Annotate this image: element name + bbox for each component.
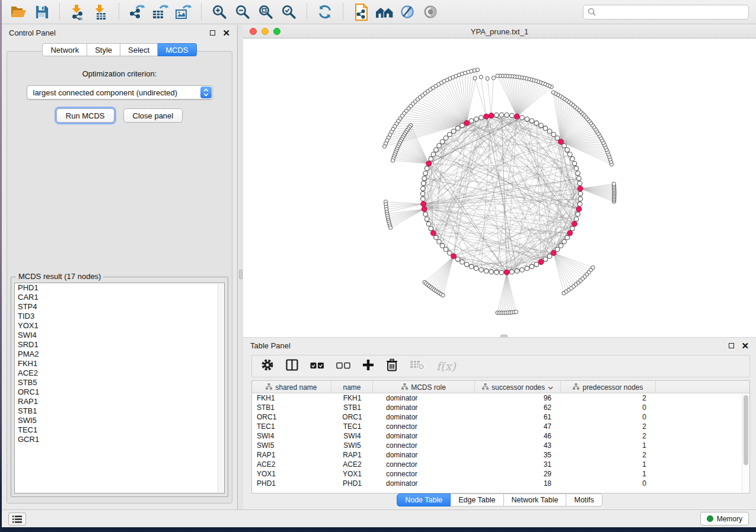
criterion-select[interactable]: largest connected component (undirected) xyxy=(27,85,213,100)
control-panel: Control Panel ✕ NetworkStyleSelectMCDS O… xyxy=(2,25,238,509)
open-icon[interactable] xyxy=(9,2,28,21)
cell-predecessor_nodes: 1 xyxy=(561,460,656,469)
table-header-row: shared namenameMCDS rolesuccessor nodesp… xyxy=(252,381,749,393)
cell-successor_nodes: 47 xyxy=(475,422,561,431)
mcds-result-item[interactable]: SWI4 xyxy=(15,331,224,340)
run-mcds-button[interactable]: Run MCDS xyxy=(56,108,114,123)
export-network-file-icon[interactable] xyxy=(352,2,371,21)
cell-name: PHD1 xyxy=(331,479,373,488)
column-header-successor_nodes[interactable]: successor nodes xyxy=(475,381,561,393)
tab-mcds[interactable]: MCDS xyxy=(158,43,196,56)
mcds-result-item[interactable]: FKH1 xyxy=(15,359,224,368)
close-window-icon[interactable] xyxy=(250,28,257,35)
mcds-result-item[interactable]: ACE2 xyxy=(15,368,224,378)
network-graph xyxy=(243,39,756,337)
save-icon[interactable] xyxy=(32,2,51,21)
mcds-list-scrollbar[interactable] xyxy=(218,284,224,492)
mcds-result-item[interactable]: SRD1 xyxy=(15,340,224,350)
birds-eye-view-icon[interactable] xyxy=(421,2,440,21)
mcds-result-item[interactable]: TID3 xyxy=(15,312,224,321)
zoom-selected-icon[interactable] xyxy=(279,2,298,21)
optimization-criterion-label: Optimization criterion: xyxy=(7,69,232,78)
float-panel-icon[interactable] xyxy=(210,30,215,36)
column-header-predecessor_nodes[interactable]: predecessor nodes xyxy=(561,381,656,393)
export-table-icon[interactable] xyxy=(151,2,170,21)
close-panel-icon[interactable]: ✕ xyxy=(222,30,230,36)
show-columns-icon[interactable] xyxy=(286,359,298,373)
column-header-mcds_role[interactable]: MCDS role xyxy=(373,381,475,393)
cell-successor_nodes: 18 xyxy=(475,479,561,488)
mcds-result-item[interactable]: ORC1 xyxy=(15,387,224,397)
import-network-icon[interactable] xyxy=(68,2,87,21)
table-row[interactable]: PHD1PHD1dominator180 xyxy=(252,479,749,488)
cell-name: STB1 xyxy=(331,403,373,412)
tab-style[interactable]: Style xyxy=(87,43,120,56)
table-row[interactable]: YOX1YOX1connector291 xyxy=(252,469,749,479)
footer-tab-edge-table[interactable]: Edge Table xyxy=(451,493,503,507)
refresh-layout-icon[interactable] xyxy=(315,2,334,21)
zoom-in-icon[interactable] xyxy=(210,2,229,21)
close-panel-icon[interactable]: ✕ xyxy=(741,343,749,349)
export-image-icon[interactable] xyxy=(174,2,193,21)
table-row[interactable]: FKH1FKH1dominator962 xyxy=(252,393,749,403)
network-canvas[interactable] xyxy=(243,39,756,337)
mcds-result-item[interactable]: CAR1 xyxy=(15,293,224,302)
cell-name: SWI5 xyxy=(331,441,373,450)
mcds-result-item[interactable]: YOX1 xyxy=(15,321,224,331)
task-history-button[interactable] xyxy=(8,512,26,525)
column-header-name[interactable]: name xyxy=(331,381,373,393)
mcds-result-item[interactable]: GCR1 xyxy=(15,435,224,444)
scrollbar-thumb[interactable] xyxy=(744,395,748,465)
table-scrollbar[interactable] xyxy=(742,393,749,493)
float-panel-icon[interactable] xyxy=(729,343,734,348)
footer-tab-motifs[interactable]: Motifs xyxy=(566,493,602,507)
hide-annotations-icon[interactable] xyxy=(398,2,417,21)
memory-status-icon xyxy=(707,515,713,522)
table-row[interactable]: RAP1RAP1dominator352 xyxy=(252,450,749,460)
mcds-result-list: PHD1CAR1STP4TID3YOX1SWI4SRD1PMA2FKH1ACE2… xyxy=(14,283,225,493)
table-panel-title: Table Panel xyxy=(250,341,291,350)
table-row[interactable]: TEC1TEC1connector472 xyxy=(252,422,749,431)
mcds-result-item[interactable]: RAP1 xyxy=(15,397,224,406)
table-row[interactable]: ORC1ORC1dominator610 xyxy=(252,412,749,422)
add-column-icon[interactable] xyxy=(362,359,374,373)
mcds-result-group: MCDS result (17 nodes) PHD1CAR1STP4TID3Y… xyxy=(11,277,228,497)
zoom-fit-icon[interactable] xyxy=(256,2,275,21)
show-panels-icon[interactable] xyxy=(375,2,394,21)
minimize-window-icon[interactable] xyxy=(261,28,269,35)
delete-column-icon[interactable] xyxy=(386,358,398,374)
mcds-result-item[interactable]: STP4 xyxy=(15,302,224,312)
splitter-handle[interactable] xyxy=(239,270,243,279)
zoom-out-icon[interactable] xyxy=(233,2,252,21)
cell-shared_name: PHD1 xyxy=(252,479,331,488)
select-all-icon[interactable] xyxy=(310,361,324,371)
import-table-icon[interactable] xyxy=(91,2,110,21)
export-network-icon[interactable] xyxy=(127,2,146,21)
table-options-icon[interactable] xyxy=(261,358,274,374)
mcds-result-item[interactable]: SWI5 xyxy=(15,416,224,425)
cell-mcds_role: dominator xyxy=(373,450,475,460)
mcds-result-item[interactable]: PHD1 xyxy=(15,283,224,293)
vertical-splitter[interactable] xyxy=(238,25,243,509)
column-header-shared_name[interactable]: shared name xyxy=(252,381,331,393)
mcds-result-item[interactable]: PMA2 xyxy=(15,350,224,359)
footer-tab-network-table[interactable]: Network Table xyxy=(504,493,567,507)
table-row[interactable]: STB1STB1dominator620 xyxy=(252,403,749,412)
table-row[interactable]: ACE2ACE2connector311 xyxy=(252,460,749,469)
tab-select[interactable]: Select xyxy=(120,43,158,56)
unselect-all-icon[interactable] xyxy=(336,361,350,371)
mcds-result-item[interactable]: STB1 xyxy=(15,406,224,416)
mcds-result-item[interactable]: STB5 xyxy=(15,378,224,387)
table-row[interactable]: SWI4SWI4dominator462 xyxy=(252,431,749,441)
maximize-window-icon[interactable] xyxy=(273,28,280,35)
mcds-result-item[interactable]: TEC1 xyxy=(15,425,224,435)
close-panel-button[interactable]: Close panel xyxy=(123,108,183,123)
cell-shared_name: SWI5 xyxy=(252,441,331,450)
tab-network[interactable]: Network xyxy=(42,43,87,56)
memory-button[interactable]: Memory xyxy=(700,512,749,525)
network-view-titlebar[interactable]: YPA_prune.txt_1 xyxy=(243,25,756,39)
tree-icon xyxy=(401,383,408,392)
search-input[interactable] xyxy=(599,7,744,17)
table-row[interactable]: SWI5SWI5connector431 xyxy=(252,441,749,450)
footer-tab-node-table[interactable]: Node Table xyxy=(397,493,451,507)
